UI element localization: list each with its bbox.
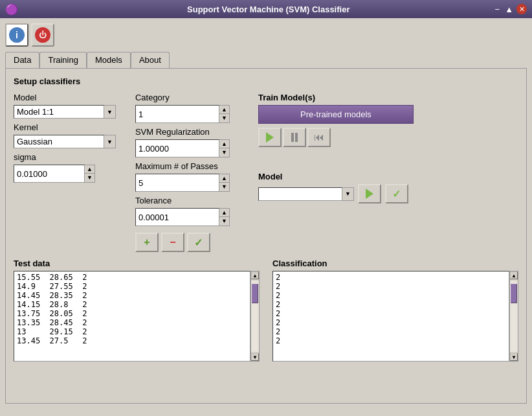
- setup-title: Setup classifiers: [14, 76, 518, 86]
- model-row: ▼ ✓: [258, 184, 518, 203]
- category-label: Category: [135, 93, 239, 102]
- svm-reg-up-btn[interactable]: ▲: [219, 140, 229, 148]
- power-button[interactable]: ⏻: [31, 23, 54, 47]
- test-data-scroll-down[interactable]: ▼: [251, 353, 259, 361]
- tab-data[interactable]: Data: [5, 52, 39, 68]
- minimize-button[interactable]: −: [493, 4, 502, 14]
- title-bar: 🟣 Support Vector Machine (SVM) Classifie…: [0, 0, 532, 18]
- play-icon: [266, 132, 274, 143]
- tolerance-input[interactable]: [135, 208, 219, 226]
- pause-icon: [291, 133, 298, 142]
- add-button[interactable]: +: [135, 233, 159, 252]
- model-group: Model Model 1:1 ▼: [14, 93, 116, 119]
- play-button[interactable]: [258, 128, 282, 147]
- sigma-up-btn[interactable]: ▲: [85, 165, 94, 174]
- pre-trained-button[interactable]: Pre-trained models: [258, 105, 414, 124]
- content-area: Setup classifiers Model Model 1:1 ▼ Kern…: [5, 68, 527, 404]
- tolerance-label: Tolerance: [135, 196, 239, 205]
- classification-label: Classification: [272, 259, 518, 268]
- svm-reg-input[interactable]: [135, 139, 219, 157]
- max-passes-down-btn[interactable]: ▼: [219, 183, 229, 191]
- model-section: Model ▼ ✓: [258, 172, 518, 209]
- test-data-label: Test data: [14, 259, 260, 268]
- classification-scroll-track: [510, 281, 518, 352]
- test-data-list-container: 15.55 28.65 2 14.9 27.55 2 14.45 28.35 2…: [14, 271, 260, 362]
- max-passes-input[interactable]: [135, 174, 219, 192]
- window-title: Support Vector Machine (SVM) Classifier: [44, 5, 493, 14]
- classification-scroll-up[interactable]: ▲: [510, 272, 518, 279]
- model-play-icon: [366, 189, 373, 199]
- model-play-button[interactable]: [358, 184, 381, 203]
- tabs: Data Training Models About: [5, 52, 527, 68]
- category-down-btn[interactable]: ▼: [219, 114, 229, 122]
- svm-reg-spinner-btns: ▲ ▼: [219, 139, 230, 157]
- train-model-label: Train Model(s): [258, 93, 518, 102]
- model-dropdown-container: Model 1:1 ▼: [14, 105, 116, 119]
- window-controls: − ▲ ✕: [493, 4, 527, 14]
- classification-list[interactable]: 2 2 2 2 2 2 2 2: [272, 271, 509, 362]
- max-passes-spinner-btns: ▲ ▼: [219, 174, 230, 192]
- test-data-scroll-thumb[interactable]: [252, 284, 258, 303]
- info-icon: i: [9, 27, 25, 43]
- action-buttons: + − ✓: [135, 233, 239, 252]
- test-data-scroll-track: [251, 281, 259, 352]
- sigma-group: sigma ▲ ▼: [14, 152, 116, 183]
- category-spinner-btns: ▲ ▼: [219, 105, 230, 123]
- category-spinner: ▲ ▼: [135, 105, 239, 123]
- svm-reg-spinner: ▲ ▼: [135, 139, 239, 157]
- test-data-scroll-up[interactable]: ▲: [251, 272, 259, 279]
- pause-button[interactable]: [283, 128, 306, 147]
- model-section-select[interactable]: [258, 187, 342, 201]
- max-passes-spinner: ▲ ▼: [135, 174, 239, 192]
- category-group: Category ▲ ▼: [135, 93, 239, 123]
- svm-reg-label: SVM Regularization: [135, 127, 239, 137]
- data-section: Test data 15.55 28.65 2 14.9 27.55 2 14.…: [14, 259, 518, 362]
- tab-models[interactable]: Models: [87, 52, 131, 68]
- train-section: Train Model(s) Pre-trained models: [258, 93, 518, 147]
- max-passes-group: Maximum # of Passes ▲ ▼: [135, 161, 239, 192]
- model-check-icon: ✓: [392, 188, 401, 200]
- model-label: Model: [14, 93, 116, 102]
- model-section-dropdown-arrow[interactable]: ▼: [342, 187, 354, 201]
- sigma-spinner-btns: ▲ ▼: [85, 165, 95, 183]
- model-select[interactable]: Model 1:1: [14, 105, 104, 119]
- info-button[interactable]: i: [5, 23, 28, 47]
- kernel-label: Kernel: [14, 122, 116, 132]
- toolbar: i ⏻: [5, 23, 527, 47]
- classification-scroll-thumb[interactable]: [511, 284, 517, 303]
- tolerance-spinner-btns: ▲ ▼: [219, 208, 230, 226]
- power-icon: ⏻: [35, 27, 50, 43]
- kernel-select[interactable]: Gaussian Linear Polynomial: [14, 135, 104, 148]
- stop-icon: ⏮: [314, 132, 324, 143]
- tab-training[interactable]: Training: [39, 52, 86, 68]
- tolerance-up-btn[interactable]: ▲: [219, 209, 229, 217]
- playback-controls: ⏮: [258, 128, 518, 147]
- tab-about[interactable]: About: [131, 52, 170, 68]
- model-dropdown-arrow[interactable]: ▼: [104, 105, 116, 119]
- main-window: i ⏻ Data Training Models About Setup cla…: [0, 18, 532, 416]
- tolerance-spinner: ▲ ▼: [135, 208, 239, 226]
- close-button[interactable]: ✕: [516, 4, 527, 14]
- model-check-button[interactable]: ✓: [385, 184, 408, 203]
- kernel-dropdown-arrow[interactable]: ▼: [104, 135, 116, 148]
- classification-scroll-down[interactable]: ▼: [510, 353, 518, 361]
- test-data-scrollbar: ▲ ▼: [250, 271, 260, 362]
- sigma-input[interactable]: [14, 165, 85, 183]
- maximize-button[interactable]: ▲: [503, 4, 515, 14]
- kernel-group: Kernel Gaussian Linear Polynomial ▼: [14, 122, 116, 148]
- tolerance-down-btn[interactable]: ▼: [219, 217, 229, 225]
- stop-button[interactable]: ⏮: [307, 128, 331, 147]
- sigma-down-btn[interactable]: ▼: [85, 174, 94, 182]
- sigma-spinner: ▲ ▼: [14, 165, 116, 183]
- kernel-dropdown-container: Gaussian Linear Polynomial ▼: [14, 135, 116, 148]
- check-button[interactable]: ✓: [187, 233, 210, 252]
- minus-button[interactable]: −: [161, 233, 184, 252]
- svm-reg-down-btn[interactable]: ▼: [219, 148, 229, 157]
- max-passes-label: Maximum # of Passes: [135, 161, 239, 171]
- category-up-btn[interactable]: ▲: [219, 106, 229, 114]
- category-input[interactable]: [135, 105, 219, 123]
- classification-col: Classification 2 2 2 2 2 2 2 2 ▲ ▼: [272, 259, 518, 362]
- max-passes-up-btn[interactable]: ▲: [219, 174, 229, 183]
- classification-scrollbar: ▲ ▼: [509, 271, 518, 362]
- test-data-list[interactable]: 15.55 28.65 2 14.9 27.55 2 14.45 28.35 2…: [14, 271, 250, 362]
